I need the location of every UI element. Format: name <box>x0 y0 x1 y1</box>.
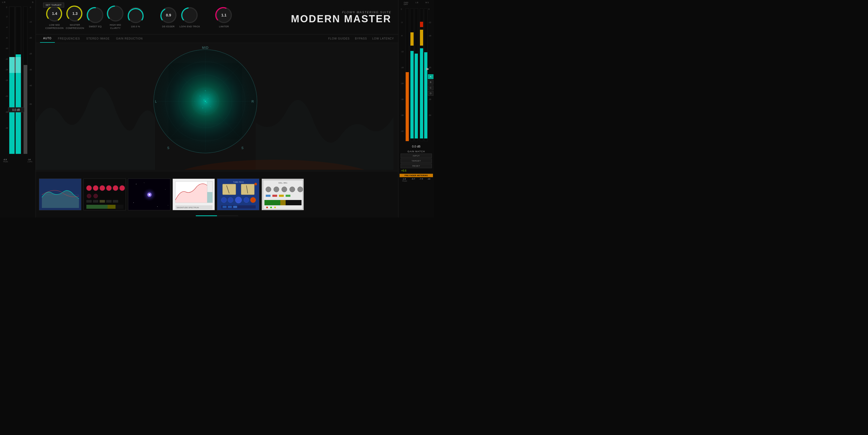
sweet-eq-knob[interactable] <box>86 6 104 24</box>
svg-text:-36: -36 <box>5 111 8 113</box>
preset-b-btn[interactable]: B <box>428 80 433 85</box>
svg-rect-138 <box>93 200 98 203</box>
svg-point-111 <box>205 117 206 117</box>
de-esser-knob[interactable]: 0.9 <box>159 6 178 24</box>
svg-text:0: 0 <box>30 6 31 8</box>
tab-frequencies[interactable]: FREQUENCIES <box>55 34 83 43</box>
lo-hi-end-knob[interactable] <box>181 6 199 24</box>
gain-plus-value: +6.6 <box>401 169 432 173</box>
preset-a-btn[interactable]: A <box>428 74 433 79</box>
bypass-btn[interactable]: BYPASS <box>355 37 367 40</box>
svg-text:-2: -2 <box>6 16 7 18</box>
plugin-thumb-comp[interactable] <box>84 178 126 210</box>
svg-rect-185 <box>266 195 271 197</box>
svg-text:S: S <box>167 146 169 150</box>
svg-text:0: 0 <box>401 8 402 10</box>
percentage-knob-group: 100.0 % <box>127 6 145 28</box>
plugin-thumb-analyzer[interactable]: MAGNITUDE SPECTRUM <box>173 178 215 210</box>
svg-text:-36: -36 <box>401 114 404 116</box>
svg-point-101 <box>213 108 214 108</box>
preset-d-btn[interactable]: D <box>428 91 433 96</box>
app-title: MODERN MASTER <box>291 14 391 24</box>
low-latency-btn[interactable]: LOW LATENCY <box>372 37 394 40</box>
play-btn[interactable]: ▶ <box>426 66 429 71</box>
svg-rect-44 <box>420 48 423 139</box>
plugin-thumb-eq[interactable] <box>39 178 81 210</box>
svg-text:TUBE-TECH: TUBE-TECH <box>233 181 244 183</box>
svg-point-93 <box>210 106 211 107</box>
plugin-thumb-ssl[interactable]: SSL-961 <box>261 178 304 210</box>
svg-rect-24 <box>9 57 21 73</box>
plugin-strip: MAGNITUDE SPECTRUM TUBE-TECH <box>36 171 398 218</box>
high-mid-clarity-knob-group: HIGH MIDCLARITY <box>106 4 125 29</box>
gain-match-section: GAIN MATCH INPUT TARGET RESET +6.6 <box>400 149 433 174</box>
master-compression-knob[interactable]: 1.3 <box>66 4 84 23</box>
high-mid-clarity-knob[interactable] <box>106 4 125 23</box>
svg-point-154 <box>157 206 158 207</box>
right-peak: -1.9 PEAK <box>402 178 407 182</box>
sweet-eq-knob-group: SWEET EQ <box>86 6 104 28</box>
svg-point-99 <box>205 112 206 112</box>
svg-point-94 <box>203 108 203 109</box>
svg-point-183 <box>289 187 295 192</box>
svg-point-153 <box>144 182 145 183</box>
svg-point-135 <box>87 194 91 198</box>
svg-point-113 <box>231 106 232 107</box>
gain-diff-label: GAINDIFF <box>404 2 408 5</box>
svg-point-171 <box>250 197 256 203</box>
plugin-thumb-tube[interactable]: TUBE-TECH <box>217 178 259 210</box>
svg-text:-30: -30 <box>29 69 32 70</box>
right-lufs1: -6.7 <box>411 178 415 182</box>
svg-rect-158 <box>207 192 213 203</box>
svg-point-110 <box>205 85 206 86</box>
svg-point-133 <box>113 185 118 191</box>
svg-rect-137 <box>86 200 92 203</box>
percentage-knob[interactable] <box>127 6 145 24</box>
lo-hi-end-label: LO/HI END TRICK <box>180 25 200 28</box>
tab-stereo-image[interactable]: STEREO IMAGE <box>83 34 113 43</box>
svg-point-168 <box>228 197 233 203</box>
right-lufs2: -7.5 <box>420 178 423 182</box>
analyzer-area: MID L R S S <box>36 43 398 170</box>
svg-point-169 <box>235 197 242 203</box>
svg-point-148 <box>149 194 150 196</box>
limiter-knob[interactable]: 1.1 <box>215 6 233 24</box>
svg-point-151 <box>133 202 134 203</box>
gain-match-reset-btn[interactable]: RESET <box>401 164 432 168</box>
svg-point-193 <box>270 207 272 208</box>
svg-point-114 <box>200 80 200 80</box>
set-target-button[interactable]: SET TARGET <box>43 3 64 7</box>
tab-auto[interactable]: AUTO <box>40 34 55 43</box>
svg-rect-139 <box>100 200 105 203</box>
svg-point-181 <box>274 187 279 192</box>
left-meters-panel: L R S 0 -2 -4 -6 -10 -12 -16 -18 -24 -36… <box>0 0 36 218</box>
plugin-thumb-nebula[interactable] <box>128 178 170 210</box>
right-db-readout: 0.0 dB <box>401 144 432 148</box>
svg-rect-188 <box>286 195 290 197</box>
svg-rect-187 <box>279 195 284 197</box>
svg-point-92 <box>200 96 200 96</box>
svg-point-150 <box>165 189 165 190</box>
svg-text:-18: -18 <box>5 79 8 81</box>
gain-match-target-btn[interactable]: TARGET <box>401 158 432 163</box>
svg-rect-140 <box>106 200 112 203</box>
svg-text:SSL-961: SSL-961 <box>278 182 287 184</box>
svg-text:-4: -4 <box>6 26 7 28</box>
flow-guides-btn[interactable]: FLOW GUIDES <box>328 37 350 40</box>
gain-match-input-btn[interactable]: INPUT <box>401 153 432 158</box>
svg-point-97 <box>216 101 216 102</box>
svg-text:-50: -50 <box>428 114 431 116</box>
svg-point-170 <box>244 197 249 203</box>
lr-label: L R <box>2 1 5 3</box>
tab-gain-reduction[interactable]: GAIN REDUCTION <box>113 34 146 43</box>
svg-text:-16: -16 <box>5 69 8 70</box>
svg-text:1.1: 1.1 <box>221 13 227 17</box>
preset-c-btn[interactable]: C <box>428 85 433 90</box>
gain-match-label: GAIN MATCH <box>401 150 432 153</box>
svg-text:-6: -6 <box>6 37 7 39</box>
svg-rect-144 <box>107 205 116 209</box>
svg-point-105 <box>209 113 210 114</box>
svg-point-102 <box>189 98 190 99</box>
svg-text:-20: -20 <box>29 37 32 39</box>
svg-rect-175 <box>228 206 232 208</box>
